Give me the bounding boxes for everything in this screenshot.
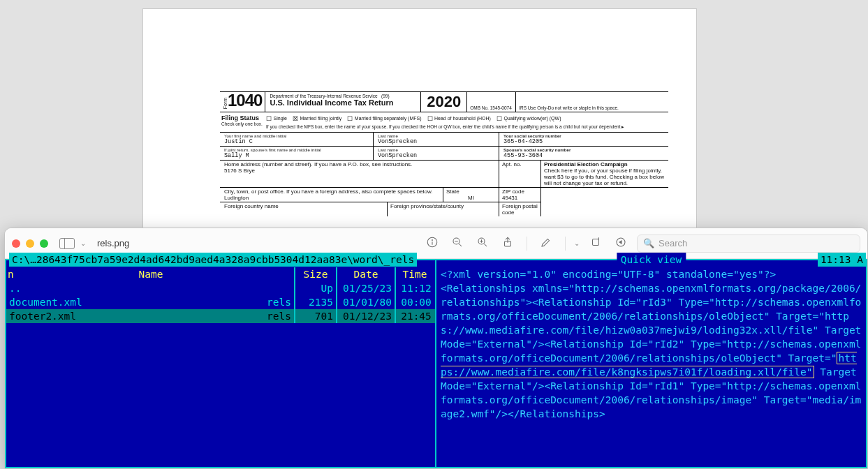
svg-line-4 [459, 244, 462, 246]
window-title: rels.png [97, 238, 129, 248]
tax-year: 2020 [421, 92, 467, 112]
col-n: n [8, 267, 14, 281]
dept-text: Department of the Treasury-Internal Reve… [270, 94, 377, 98]
zoom-in-icon[interactable] [473, 236, 492, 251]
xml-pre: <?xml version="1.0" encoding="UTF-8" sta… [441, 269, 861, 364]
search-field[interactable]: 🔍 Search [637, 234, 860, 253]
quick-view-content: <?xml version="1.0" encoding="UTF-8" sta… [436, 260, 866, 424]
lab-sp-ssn: Spouse's social security number [503, 147, 665, 152]
document-preview: Form 1040 Department of the Treasury-Int… [142, 8, 697, 229]
sidebar-toggle-icon[interactable] [59, 238, 75, 249]
zoom-button[interactable] [40, 239, 48, 248]
search-placeholder: Search [659, 238, 687, 248]
lab-sp-first: If joint return, spouse's first name and… [224, 147, 370, 152]
traffic-lights[interactable] [12, 239, 48, 248]
chevron-down-icon[interactable]: ⌄ [574, 239, 580, 247]
file-list-pane[interactable]: C:\…28643f75cb7a59e2d4ad642bd9aed4a328a9… [5, 259, 435, 468]
file-ext: rels [267, 295, 294, 309]
col-name[interactable]: Name [8, 267, 294, 281]
val-first: Justin C [224, 138, 370, 145]
svg-rect-11 [593, 239, 599, 245]
lab-apt: Apt. no. [502, 161, 538, 168]
file-date: 01/25/23 [336, 281, 395, 295]
zoom-out-icon[interactable] [448, 236, 466, 251]
val-state: MI [446, 195, 496, 201]
file-size: Up [294, 281, 336, 295]
markup-icon[interactable] [537, 236, 555, 251]
lab-sp-last: Last name [378, 147, 496, 152]
seq: (99) [381, 94, 390, 98]
file-time: 11:12 [395, 281, 434, 295]
pres-head: Presidential Election Campaign [544, 161, 665, 168]
column-headers: Name Size Date Time [6, 267, 435, 281]
share-icon[interactable] [499, 236, 517, 251]
opt-single: Single [266, 114, 287, 124]
lab-ssn: Your social security number [503, 133, 665, 138]
highlight-icon[interactable] [612, 236, 630, 251]
val-sp-ssn: 455-93-3604 [503, 152, 665, 159]
search-icon: 🔍 [643, 238, 654, 248]
check-only: Check only one box. [221, 121, 263, 126]
pres-body: Check here if you, or your spouse if fil… [544, 168, 665, 186]
form-1040: Form 1040 Department of the Treasury-Int… [220, 91, 668, 216]
form-label: Form [223, 98, 228, 109]
time-badge: 11:13 A [818, 253, 866, 267]
close-button[interactable] [12, 239, 20, 248]
file-manager: C:\…28643f75cb7a59e2d4ad642bd9aed4a328a9… [5, 259, 867, 468]
col-date[interactable]: Date [336, 267, 395, 281]
opt-mfj: Married filing jointly [293, 114, 341, 124]
quick-view-title: Quick view [617, 253, 686, 267]
filing-status-label: Filing Status [221, 114, 259, 121]
opt-mfs: Married filing separately (MFS) [347, 114, 421, 124]
svg-line-7 [484, 244, 487, 246]
col-size[interactable]: Size [294, 267, 336, 281]
val-city: Ludington [224, 195, 439, 201]
lab-city: City, town, or post office. If you have … [224, 188, 439, 195]
form-title: U.S. Individual Income Tax Return [270, 98, 416, 107]
list-item[interactable]: .. Up 01/25/23 11:12 [6, 281, 435, 295]
minimize-button[interactable] [26, 239, 34, 248]
file-name: document.xml [9, 297, 82, 308]
chevron-down-icon[interactable]: ⌄ [80, 239, 86, 247]
list-item-selected[interactable]: footer2.xmlrels 701 01/12/23 21:45 [6, 309, 435, 323]
lab-last: Last name [378, 133, 496, 138]
svg-point-2 [432, 239, 433, 240]
lab-first: Your first name and middle initial [224, 133, 370, 138]
pane-path: C:\…28643f75cb7a59e2d4ad642bd9aed4a328a9… [9, 253, 417, 267]
quick-view-pane[interactable]: Quick view 11:13 A <?xml version="1.0" e… [435, 259, 867, 468]
file-name: footer2.xml [9, 311, 76, 322]
opt-qw: Qualifying widow(er) (QW) [496, 114, 561, 124]
lab-fz: Foreign postal code [502, 203, 538, 216]
file-ext: rels [267, 309, 294, 323]
val-addr: 5176 S Brye [224, 168, 494, 174]
lab-addr: Home address (number and street). If you… [224, 161, 494, 168]
opt-hoh: Head of household (HOH) [427, 114, 491, 124]
val-sp-last: VonSprecken [378, 152, 496, 159]
lab-fp: Foreign province/state/county [390, 203, 496, 209]
val-last: VonSprecken [378, 138, 496, 145]
file-name: .. [9, 283, 21, 294]
file-date: 01/12/23 [336, 309, 395, 323]
info-icon[interactable] [423, 236, 441, 251]
file-time: 21:45 [395, 309, 434, 323]
file-date: 01/01/80 [336, 295, 395, 309]
file-size: 701 [294, 309, 336, 323]
list-item[interactable]: document.xmlrels 2135 01/01/80 00:00 [6, 295, 435, 309]
omb-no: OMB No. 1545-0074 [467, 92, 516, 112]
val-ssn: 365-04-4205 [503, 138, 665, 145]
lab-state: State [446, 188, 496, 195]
val-zip: 49431 [502, 195, 538, 201]
lab-zip: ZIP code [502, 188, 538, 195]
form-number: 1040 [228, 92, 262, 109]
rotate-icon[interactable] [587, 236, 605, 251]
irs-note: IRS Use Only-Do not write or staple in t… [516, 92, 668, 112]
file-size: 2135 [294, 295, 336, 309]
fs-note: If you checked the MFS box, enter the na… [266, 124, 667, 130]
val-sp-first: Sally M [224, 152, 370, 159]
file-time: 00:00 [395, 295, 434, 309]
lab-fc: Foreign country name [224, 203, 383, 209]
preview-window: ⌄ rels.png ⌄ 🔍 Search C:\…28643f75cb7a59… [4, 228, 868, 469]
col-time[interactable]: Time [395, 267, 434, 281]
